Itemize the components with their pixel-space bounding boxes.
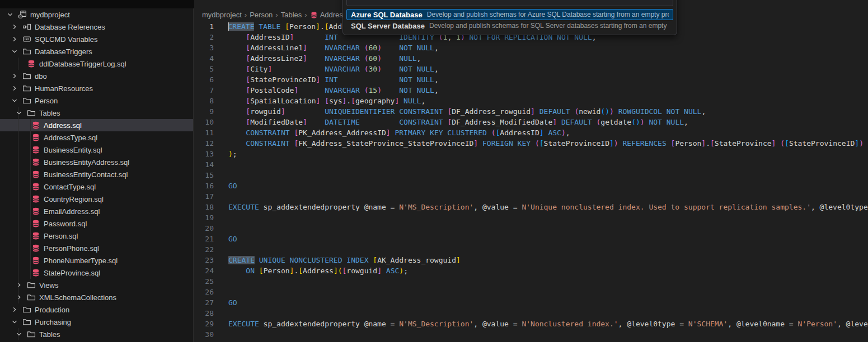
indent-guide: [30, 254, 31, 267]
tree-item-stateprovince-sql[interactable]: StateProvince.sql: [0, 267, 193, 279]
line-number: 24: [194, 265, 214, 276]
tree-item-label: DatabaseTriggers: [35, 48, 92, 56]
tree-item-mydbproject[interactable]: mydbproject: [0, 8, 193, 21]
chevron-down-icon[interactable]: [6, 10, 15, 19]
chevron-right-icon[interactable]: [10, 305, 19, 314]
line-number: 18: [194, 202, 214, 212]
tree-item-tables[interactable]: Tables: [0, 328, 193, 340]
indent-guide: [18, 205, 18, 217]
code-line: 13);: [194, 149, 868, 159]
tree-item-production[interactable]: Production: [0, 303, 193, 316]
database-icon: [31, 231, 40, 240]
tree-item-xmlschemacollections[interactable]: XMLSchemaCollections: [0, 291, 193, 303]
line-number: 10: [194, 117, 214, 127]
line-number: 27: [194, 297, 214, 308]
chevron-placeholder: [19, 207, 28, 216]
chevron-down-icon[interactable]: [10, 317, 19, 326]
breadcrumb-item[interactable]: mydbproject: [202, 11, 242, 19]
tree-item-personphone-sql[interactable]: PersonPhone.sql: [0, 242, 193, 254]
quickpick-input[interactable]: [346, 0, 673, 6]
folder-icon: [27, 293, 36, 302]
tree-item-views[interactable]: Views: [0, 279, 193, 291]
tree-item-ddldatabasetriggerlog-sql[interactable]: ddlDatabaseTriggerLog.sql: [0, 58, 193, 70]
database-icon: [31, 256, 40, 265]
chevron-placeholder: [19, 170, 28, 179]
line-number: 22: [194, 244, 214, 255]
chevron-placeholder: [19, 121, 28, 130]
indent-guide: [30, 180, 31, 193]
code-line: 18EXECUTE sp_addextendedproperty @name =…: [194, 202, 868, 212]
code-line-text: [ModifiedDate] DATETIME CONSTRAINT [DF_A…: [228, 117, 688, 127]
code-line: 17: [194, 191, 868, 202]
chevron-down-icon[interactable]: [15, 330, 24, 339]
quickpick-item-sql-server-database[interactable]: SQL Server DatabaseDevelop and publish s…: [346, 20, 673, 31]
line-number: 11: [194, 127, 214, 138]
indent-guide: [18, 58, 18, 70]
indent-guide: [18, 217, 18, 230]
quickpick-item-azure-sql-database[interactable]: Azure SQL DatabaseDevelop and publish sc…: [346, 9, 673, 20]
tree-item-businessentityaddress-sql[interactable]: BusinessEntityAddress.sql: [0, 156, 193, 168]
editor-area[interactable]: mydbproject›Person›Tables›Address.sql 1C…: [194, 0, 868, 342]
code-line: 30: [194, 329, 868, 340]
code-line: 23CREATE UNIQUE NONCLUSTERED INDEX [AK_A…: [194, 255, 868, 265]
tree-item-person-sql[interactable]: Person.sql: [0, 230, 193, 242]
code-area[interactable]: 1CREATE TABLE [Person].[Address] (2 [Add…: [194, 21, 868, 340]
indent-guide: [18, 279, 18, 291]
code-line-text: GO: [228, 297, 237, 308]
folder-icon: [27, 281, 36, 289]
line-number: 6: [194, 74, 214, 85]
chevron-right-icon[interactable]: [15, 281, 24, 289]
tree-item-emailaddress-sql[interactable]: EmailAddress.sql: [0, 205, 193, 217]
tree-item-businessentitycontact-sql[interactable]: BusinessEntityContact.sql: [0, 168, 193, 180]
database-icon: [31, 145, 40, 154]
chevron-down-icon[interactable]: [10, 96, 19, 105]
tree-item-address-sql[interactable]: Address.sql: [0, 119, 193, 131]
tree-item-businessentity-sql[interactable]: BusinessEntity.sql: [0, 144, 193, 156]
tree-item-phonenumbertype-sql[interactable]: PhoneNumberType.sql: [0, 254, 193, 267]
code-line: 22: [194, 244, 868, 255]
chevron-right-icon[interactable]: [10, 84, 19, 93]
chevron-down-icon[interactable]: [10, 47, 19, 56]
indent-guide: [18, 291, 18, 303]
tree-item-sqlcmd-variables[interactable]: SQLCMD Variables: [0, 33, 193, 45]
tree-item-addresstype-sql[interactable]: AddressType.sql: [0, 131, 193, 144]
tree-item-database-references[interactable]: Database References: [0, 21, 193, 33]
folder-icon: [27, 108, 36, 117]
database-icon: [31, 194, 40, 203]
tree-item-label: StateProvince.sql: [44, 269, 100, 277]
folder-icon: [22, 84, 31, 93]
tree-item-person[interactable]: Person: [0, 94, 193, 107]
tree-item-countryregion-sql[interactable]: CountryRegion.sql: [0, 193, 193, 205]
explorer-sidebar[interactable]: mydbprojectDatabase ReferencesSQLCMD Var…: [0, 8, 194, 342]
quickpick-item-label: Azure SQL Database: [351, 11, 423, 19]
line-number: 9: [194, 106, 214, 117]
chevron-right-icon[interactable]: [10, 72, 19, 80]
database-icon: [27, 59, 36, 68]
tree-item-contacttype-sql[interactable]: ContactType.sql: [0, 180, 193, 193]
indent-guide: [18, 254, 18, 267]
tree-item-databasetriggers[interactable]: DatabaseTriggers: [0, 45, 193, 58]
chevron-right-icon[interactable]: [15, 293, 24, 302]
tree-item-label: EmailAddress.sql: [44, 207, 100, 216]
indent-guide: [30, 242, 31, 254]
code-line: 9 [rowguid] UNIQUEIDENTIFIER CONSTRAINT …: [194, 106, 868, 117]
tree-item-humanresources[interactable]: HumanResources: [0, 82, 193, 94]
chevron-right-icon[interactable]: [10, 22, 19, 31]
chevron-down-icon[interactable]: [15, 108, 24, 117]
tree-item-purchasing[interactable]: Purchasing: [0, 316, 193, 328]
chevron-placeholder: [19, 145, 28, 154]
breadcrumb-item[interactable]: Tables: [281, 11, 302, 19]
code-line-text: ON [Person].[Address]([rowguid] ASC);: [228, 265, 408, 276]
quickpick-item-description: Develop and publish schemas for Azure SQ…: [427, 11, 669, 18]
chevron-right-icon[interactable]: [10, 35, 19, 44]
tree-item-dbo[interactable]: dbo: [0, 70, 193, 82]
tree-item-label: Purchasing: [35, 318, 71, 326]
folder-icon: [22, 305, 31, 314]
database-icon: [31, 158, 40, 167]
tree-item-tables[interactable]: Tables: [0, 107, 193, 119]
tree-item-password-sql[interactable]: Password.sql: [0, 217, 193, 230]
breadcrumb-item[interactable]: Person: [250, 11, 273, 19]
tree-item-label: Address.sql: [44, 121, 82, 130]
chevron-placeholder: [19, 256, 28, 265]
tree-item-label: Tables: [39, 109, 60, 117]
